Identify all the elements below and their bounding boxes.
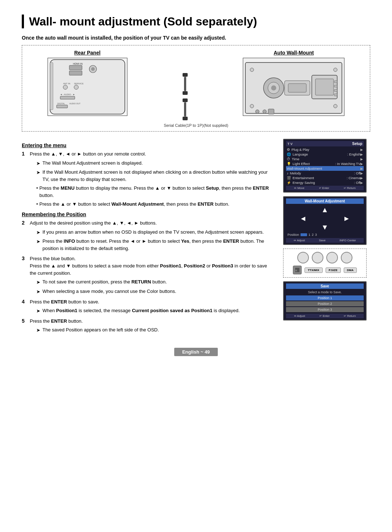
svg-point-19 (250, 104, 254, 108)
step-3-extra: Press the ▲ and ▼ buttons to select a sa… (30, 263, 267, 276)
svg-rect-34 (268, 109, 274, 114)
osd-row-lighteffect: 💡 Light Effect : In Watching TV ▶ (286, 161, 364, 166)
svg-rect-29 (334, 85, 337, 87)
osd-entertainment-icon: 🎬 (287, 176, 291, 180)
save-return-label: ↩ Return (344, 314, 356, 318)
wma-save-label: Save (319, 239, 326, 242)
step-2-content: Adjust to the desired position using the… (30, 219, 274, 252)
osd-melody-arrow: ▶ (360, 172, 363, 175)
step-1-arrow-1-text: The Wall Mount Adjustment screen is disp… (42, 160, 143, 167)
svg-rect-31 (334, 94, 337, 96)
step-4-num: 4 (22, 299, 28, 305)
svg-rect-11 (60, 96, 75, 99)
osd-enter-label: ↵ Enter (319, 186, 329, 190)
step-2-text: Adjust to the desired position using the… (30, 220, 157, 226)
svg-rect-15 (50, 63, 53, 110)
step-3-arrow-2: ➤ When selecting a save mode, you cannot… (36, 288, 274, 295)
step-3-arrow-1: ➤ To not save the current position, pres… (36, 278, 274, 286)
step-3-arrow-1-text: To not save the current position, press … (42, 278, 167, 286)
svg-text:DIGITAL: DIGITAL (57, 102, 65, 105)
step-5: 5 Press the ENTER button. ➤ The saved Po… (22, 318, 274, 334)
svg-text:HDMI IN: HDMI IN (73, 63, 83, 65)
osd-setup: T V Setup ⚙ Plug & Play ▶ 🌐 Language : E… (283, 139, 367, 193)
wma-down-arrow: ▼ (321, 223, 328, 231)
step-5-num: 5 (22, 318, 28, 324)
arrow-icon-5: ➤ (36, 279, 40, 286)
section2-heading: Remembering the Position (22, 211, 274, 217)
wma-up-row: ▲ (321, 206, 328, 213)
osd-save-title: Save (286, 283, 364, 289)
right-column: T V Setup ⚙ Plug & Play ▶ 🌐 Language : E… (283, 139, 370, 337)
svg-rect-30 (334, 89, 337, 92)
diagram-box: Rear Panel HDMI IN ANT IN SERVICE (22, 45, 370, 132)
osd-row-melody: ♪ Melody : Off ▶ (286, 171, 364, 176)
wall-mount-label: Auto Wall-Mount (274, 50, 314, 56)
step-3-content: Press the blue button. Press the ▲ and ▼… (30, 255, 274, 295)
step-4: 4 Press the ENTER button to save. ➤ When… (22, 298, 274, 315)
step-2: 2 Adjust to the desired position using t… (22, 219, 274, 252)
svg-rect-25 (288, 84, 306, 92)
osd-row-entertainment: 🎬 Entertainment : Cinema ▶ (286, 176, 364, 180)
wma-adjust-label: ⇔ Adjust (294, 239, 305, 242)
step-4-arrow-1: ➤ When Position1 is selected, the messag… (36, 307, 274, 315)
cable-connectors (171, 51, 200, 120)
intro-text: Once the auto wall mount is installed, t… (22, 35, 370, 41)
remote-buttons-box: ⊡ TTX/MIX P.SIZE DMA (283, 249, 367, 278)
osd-move-label: ⇔ Move (294, 186, 305, 190)
step-4-arrow-1-text: When Position1 is selected, the message … (42, 307, 240, 314)
diagram-panels: Rear Panel HDMI IN ANT IN SERVICE (26, 50, 366, 120)
wall-mount-diagram: Auto Wall-Mount (243, 50, 344, 116)
svg-rect-2 (69, 65, 82, 70)
remote-ttxmix-btn: TTX/MIX (305, 267, 323, 273)
remote-ttx-icon: ⊡ (293, 266, 302, 274)
osd-row-language: 🌐 Language : English ▶ (286, 152, 364, 157)
osd-save-bottombar: ⇔ Adjust ↵ Enter ↩ Return (286, 314, 364, 318)
osd-time-icon: ⏱ (287, 157, 290, 161)
section1-heading: Entering the menu (22, 142, 274, 148)
remote-psize-btn: P.SIZE (326, 267, 341, 273)
osd-lighteffect-arrow: ▶ (360, 162, 363, 166)
osd-plugplay-arrow: ▶ (360, 148, 363, 152)
svg-text:ANT IN: ANT IN (63, 82, 70, 85)
wma-info-label: INFO Center (339, 239, 356, 242)
wma-up-arrow: ▲ (321, 206, 328, 213)
osd-energy-icon: ⚡ (287, 181, 291, 185)
svg-point-17 (250, 68, 254, 72)
osd-row-wallmount: Wall-Mount Adjustment ▶ (286, 166, 364, 171)
wma-arrows-container: ▲ ◄ ► ▼ (286, 206, 364, 231)
osd-time-label: Time (292, 157, 360, 161)
osd-entertainment-arrow: ▶ (360, 176, 363, 180)
step-3-num: 3 (22, 255, 28, 261)
step-1-bullet-1: • Press the MENU button to display the m… (36, 185, 274, 199)
osd-melody-label: Melody (290, 171, 354, 175)
osd-plugplay-icon: ⚙ (287, 148, 290, 152)
arrow-icon-1: ➤ (36, 160, 40, 167)
step-1-content: Press the ▲, ▼, ◄ or ► button on your re… (30, 150, 274, 208)
rear-panel-label: Rear Panel (74, 50, 100, 56)
bullet-dot-1: • (36, 185, 38, 192)
osd-row-plugplay: ⚙ Plug & Play ▶ (286, 147, 364, 152)
osd-return-label: ↩ Return (344, 186, 356, 190)
osd-wma: Wall-Mount Adjustment ▲ ◄ ► ▼ Position 1 (283, 196, 367, 245)
remote-btn-grey4 (341, 252, 352, 263)
step-1-arrow-1: ➤ The Wall Mount Adjustment screen is di… (36, 160, 274, 167)
step-1-num: 1 (22, 151, 28, 157)
step-2-arrow-1-text: If you press an arrow button when no OSD… (42, 229, 264, 236)
step-2-num: 2 (22, 220, 28, 226)
remote-btn-grey3 (326, 252, 338, 263)
osd-language-value: : English (347, 152, 360, 156)
osd-plugplay-label: Plug & Play (291, 148, 360, 152)
osd-language-label: Language (293, 152, 347, 156)
wma-right-arrow: ► (343, 215, 350, 222)
wma-position-row: Position 1 2 3 (286, 233, 364, 237)
osd-row-time: ⏱ Time ▶ (286, 157, 364, 161)
save-enter-label: ↵ Enter (319, 314, 330, 318)
osd-lighteffect-label: Light Effect (293, 162, 335, 166)
wma-lr-row: ◄ ► (299, 215, 350, 222)
step-2-arrow-2-text: Press the INFO button to reset. Press th… (42, 238, 274, 252)
svg-rect-27 (315, 79, 334, 95)
remote-btn-grey1 (297, 252, 309, 263)
wma-position-label: Position (287, 233, 299, 237)
svg-point-32 (256, 110, 259, 113)
page-title: Wall- mount adjustment (Sold separately) (22, 15, 370, 28)
